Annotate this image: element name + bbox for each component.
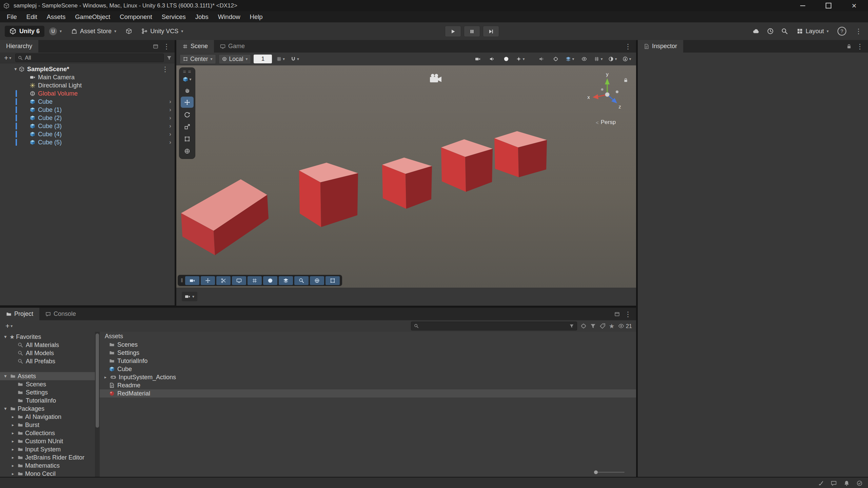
axis-stub[interactable] <box>601 88 604 91</box>
axis-stub[interactable] <box>616 90 618 93</box>
hierarchy-item-cube-5[interactable]: Cube (5) › <box>0 138 175 146</box>
scene-gizmos-dropdown[interactable]: ▾ <box>621 55 633 64</box>
more-icon[interactable]: ⋮ <box>162 43 171 50</box>
snap-settings-dropdown[interactable]: ▾ <box>289 55 300 64</box>
foldout-arrow-icon[interactable]: ▸ <box>10 455 16 460</box>
foldout-arrow-icon[interactable]: ▸ <box>10 471 16 476</box>
foldout-arrow-icon[interactable]: ▸ <box>10 431 16 435</box>
asset-scenes[interactable]: Scenes <box>100 341 636 349</box>
hierarchy-scene-root[interactable]: ▼ SampleScene* ⋮ <box>0 65 175 73</box>
hierarchy-item-main-camera[interactable]: Main Camera <box>0 73 175 81</box>
x-axis-cone[interactable] <box>593 94 598 99</box>
lock-icon[interactable] <box>846 44 852 49</box>
scene-focus-button[interactable] <box>550 55 561 64</box>
menu-edit[interactable]: Edit <box>22 11 42 22</box>
menu-window[interactable]: Window <box>213 11 245 22</box>
y-axis-cone[interactable] <box>605 78 610 84</box>
console-message-icon[interactable] <box>831 480 837 486</box>
search-icon[interactable] <box>781 28 788 35</box>
hierarchy-item-cube-3[interactable]: Cube (3) › <box>0 122 175 130</box>
menu-services[interactable]: Services <box>157 11 191 22</box>
hierarchy-item-cube-2[interactable]: Cube (2) › <box>0 114 175 122</box>
menu-jobs[interactable]: Jobs <box>191 11 213 22</box>
prefab-open-chevron[interactable]: › <box>169 115 171 121</box>
scrollbar-thumb[interactable] <box>96 333 99 428</box>
hierarchy-item-cube[interactable]: Cube › <box>0 98 175 106</box>
search-filter-icon[interactable] <box>166 55 172 61</box>
tree-all-materials[interactable]: All Materials <box>0 341 95 349</box>
more-icon[interactable]: ⋮ <box>623 311 633 318</box>
foldout-arrow-icon[interactable]: ▸ <box>103 375 108 380</box>
dock-icon[interactable] <box>614 311 620 317</box>
minimize-button[interactable] <box>797 2 808 10</box>
lock-icon[interactable] <box>623 78 628 83</box>
tree-burst[interactable]: ▸ Burst <box>0 421 95 429</box>
scene-effects-dropdown[interactable]: ▾ <box>515 55 526 64</box>
scene-grid-dropdown[interactable]: ▾ <box>593 55 604 64</box>
rotate-tool-button[interactable] <box>181 109 194 120</box>
cube-object-2[interactable] <box>299 163 358 227</box>
play-button[interactable] <box>445 26 461 37</box>
help-icon[interactable]: ? <box>837 27 846 36</box>
projection-toggle[interactable]: < Persp <box>596 119 616 126</box>
asset-settings[interactable]: Settings <box>100 349 636 357</box>
icon-size-slider[interactable] <box>595 472 625 473</box>
foldout-arrow-icon[interactable]: ▸ <box>10 463 16 468</box>
scene-lighting-toggle[interactable] <box>500 55 512 64</box>
menu-file[interactable]: File <box>2 11 22 22</box>
camera-gizmo-icon[interactable] <box>430 74 441 82</box>
tab-project[interactable]: Project <box>0 308 39 320</box>
tree-input-system[interactable]: ▸ Input System <box>0 445 95 453</box>
create-button[interactable]: +▾ <box>3 54 13 62</box>
tool-handle-rotation-dropdown[interactable]: Local ▾ <box>219 54 251 64</box>
asset-tutorialinfo[interactable]: TutorialInfo <box>100 357 636 365</box>
tree-all-models[interactable]: All Models <box>0 349 95 357</box>
hierarchy-search-input[interactable]: All <box>15 54 164 62</box>
create-asset-button[interactable]: +▾ <box>4 322 14 330</box>
asset-inputsystem-actions[interactable]: ▸ InputSystem_Actions <box>100 373 636 381</box>
tab-console[interactable]: Console <box>39 308 82 320</box>
scene-viewport[interactable]: = = ▾ y x z <box>176 65 636 288</box>
prefab-open-chevron[interactable]: › <box>169 98 171 105</box>
more-icon[interactable]: ⋮ <box>160 66 170 73</box>
project-search-input[interactable] <box>411 322 577 330</box>
status-check-icon[interactable] <box>856 480 863 486</box>
step-button[interactable] <box>483 26 499 37</box>
overlay-cut-button[interactable] <box>216 276 231 285</box>
overlay-drag-handle[interactable]: ‖ <box>180 278 184 284</box>
dock-icon[interactable] <box>153 44 158 49</box>
slider-thumb[interactable] <box>594 470 598 474</box>
tree-packages[interactable]: ▼ Packages <box>0 405 95 413</box>
tree-ai-navigation[interactable]: ▸ AI Navigation <box>0 413 95 421</box>
tree-favorites[interactable]: ▼ ★ Favorites <box>0 333 95 341</box>
foldout-arrow-icon[interactable]: ▼ <box>12 67 19 72</box>
transform-tool-button[interactable] <box>181 145 194 157</box>
scene-camera-settings-button[interactable] <box>472 55 484 64</box>
scene-audio-toggle[interactable] <box>486 55 498 64</box>
more-icon[interactable]: ⋮ <box>855 43 865 50</box>
tool-context-dropdown[interactable]: ▾ <box>183 75 191 83</box>
tool-handle-position-dropdown[interactable]: Center ▾ <box>180 54 216 64</box>
menu-component[interactable]: Component <box>115 11 157 22</box>
asset-readme[interactable]: Readme <box>100 381 636 389</box>
asset-redmaterial[interactable]: RedMaterial <box>100 389 636 398</box>
foldout-arrow-icon[interactable]: ▼ <box>3 334 8 339</box>
grid-visibility-dropdown[interactable]: ▾ <box>275 55 286 64</box>
menu-assets[interactable]: Assets <box>42 11 71 22</box>
scene-render[interactable] <box>176 65 636 288</box>
grid-size-field[interactable]: 1 <box>254 55 272 63</box>
overlay-camera-button[interactable] <box>185 276 199 285</box>
tree-settings[interactable]: Settings <box>0 388 95 396</box>
overlay-drag-handle[interactable]: = = <box>183 69 192 74</box>
scene-layers-dropdown[interactable]: ▾ <box>564 55 576 64</box>
overlay-clipboard-button[interactable] <box>326 276 340 285</box>
gizmo-center[interactable] <box>605 93 610 97</box>
tree-mathematics[interactable]: ▸ Mathematics <box>0 462 95 470</box>
hierarchy-item-directional-light[interactable]: Directional Light <box>0 81 175 89</box>
tree-all-prefabs[interactable]: All Prefabs <box>0 357 95 365</box>
hierarchy-item-cube-1[interactable]: Cube (1) › <box>0 106 175 114</box>
more-icon[interactable]: ⋮ <box>623 43 633 50</box>
tab-game[interactable]: Game <box>214 40 251 53</box>
tree-assets[interactable]: ▼ Assets <box>0 372 95 380</box>
tree-scrollbar[interactable] <box>95 332 100 477</box>
